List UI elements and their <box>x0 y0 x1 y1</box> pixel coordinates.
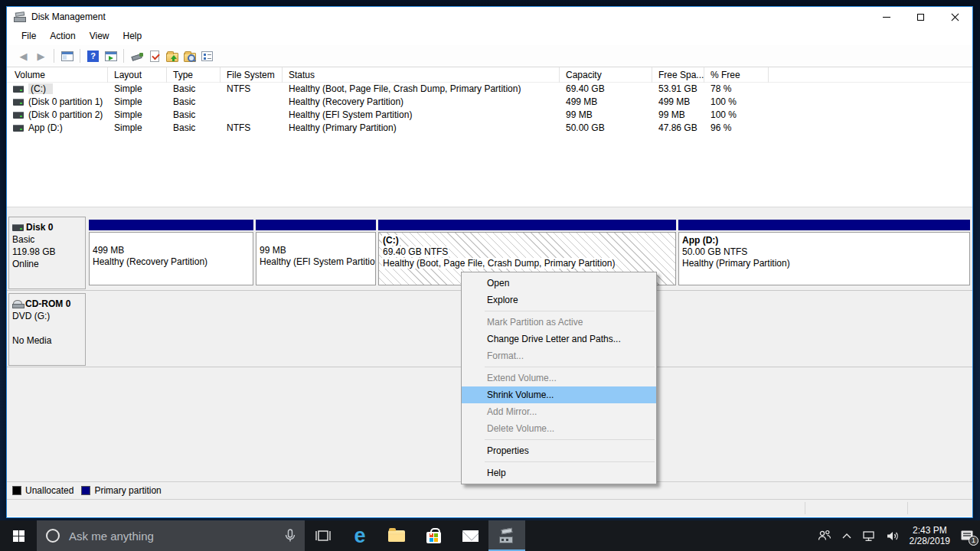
back-button[interactable]: ◀ <box>15 47 32 64</box>
toolbar-separator <box>54 49 54 63</box>
volume-row-c[interactable]: (C:) Simple Basic NTFS Healthy (Boot, Pa… <box>7 83 972 96</box>
volume-row-app-d[interactable]: App (D:) Simple Basic NTFS Healthy (Prim… <box>7 122 972 135</box>
column-header-volume[interactable]: Volume <box>8 67 108 83</box>
desktop: Disk Management File Action View Help ◀ … <box>0 0 980 551</box>
partition-status: Healthy (EFI System Partition) <box>260 256 376 267</box>
column-header-file-system[interactable]: File System <box>220 67 283 83</box>
column-header-type[interactable]: Type <box>167 67 220 83</box>
volume-row-partition1[interactable]: (Disk 0 partition 1) Simple Basic Health… <box>7 96 972 109</box>
menu-item-shrink-volume[interactable]: Shrink Volume... <box>462 386 656 403</box>
column-header-capacity[interactable]: Capacity <box>560 67 652 83</box>
taskbar-clock[interactable]: 2:43 PM 2/28/2019 <box>910 525 950 546</box>
partition-efi[interactable]: 99 MB Healthy (EFI System Partition) <box>256 220 376 285</box>
volume-status: Healthy (Recovery Partition) <box>283 96 560 107</box>
show-console-tree-button[interactable] <box>58 47 76 64</box>
menu-help[interactable]: Help <box>116 28 149 44</box>
task-list-button[interactable] <box>198 47 216 64</box>
partition-app-d[interactable]: App (D:) 50.00 GB NTFS Healthy (Primary … <box>678 220 970 285</box>
column-header-pct-free[interactable]: % Free <box>704 67 769 83</box>
taskbar-app-store[interactable] <box>415 520 452 551</box>
disk0-status: Online <box>12 258 82 270</box>
menu-item-format: Format... <box>462 347 656 364</box>
partition-recovery[interactable]: 499 MB Healthy (Recovery Partition) <box>89 220 253 285</box>
folder-find-icon <box>184 53 196 62</box>
taskbar-app-edge[interactable]: e <box>341 520 378 551</box>
cdrom-name: CD-ROM 0 <box>25 298 70 310</box>
partition-name: (C:) <box>382 235 400 246</box>
column-header-layout[interactable]: Layout <box>108 67 167 83</box>
notification-badge: 1 <box>969 536 978 546</box>
screwdriver-button[interactable] <box>128 47 145 64</box>
volume-pct-free: 100 % <box>704 109 769 120</box>
drive-icon <box>13 125 24 132</box>
volume-type: Basic <box>167 83 220 94</box>
show-action-pane-button[interactable] <box>102 47 119 64</box>
partition-status: Healthy (Boot, Page File, Crash Dump, Pr… <box>382 258 616 269</box>
column-header-status[interactable]: Status <box>283 67 560 83</box>
volume-status: Healthy (Boot, Page File, Crash Dump, Pr… <box>283 83 560 94</box>
forward-button[interactable]: ▶ <box>32 47 50 64</box>
task-view-button[interactable] <box>305 520 341 551</box>
volume-capacity: 69.40 GB <box>560 83 652 94</box>
check-document-button[interactable] <box>145 47 163 64</box>
partition-size: 499 MB <box>93 245 124 256</box>
legend-label-primary-partition: Primary partition <box>94 485 161 496</box>
minimize-button[interactable] <box>869 7 903 27</box>
network-icon[interactable] <box>862 530 876 542</box>
menu-view[interactable]: View <box>83 28 116 44</box>
volume-name: App (D:) <box>28 122 63 133</box>
volume-layout: Simple <box>108 122 167 133</box>
cdrom-type: DVD (G:) <box>12 310 82 322</box>
microphone-icon[interactable] <box>285 529 296 543</box>
task-list-icon <box>201 51 213 61</box>
show-console-tree-icon <box>61 51 74 61</box>
partition-size: 99 MB <box>260 245 286 256</box>
maximize-button[interactable] <box>903 7 938 27</box>
partition-header-bar <box>378 220 676 230</box>
volume-pct-free: 100 % <box>704 96 769 107</box>
folder-up-icon <box>166 53 178 62</box>
edge-icon: e <box>354 526 365 546</box>
start-button[interactable] <box>0 520 37 551</box>
chevron-up-icon[interactable] <box>841 533 852 540</box>
toolbar-separator <box>80 49 80 63</box>
volume-type: Basic <box>167 109 220 120</box>
volume-layout: Simple <box>108 83 167 94</box>
check-document-icon <box>150 51 159 62</box>
volume-status: Healthy (Primary Partition) <box>283 122 560 133</box>
cortana-search-box[interactable]: Ask me anything <box>37 520 305 551</box>
menu-item-properties[interactable]: Properties <box>462 442 656 459</box>
partition-name: App (D:) <box>682 235 718 246</box>
close-button[interactable] <box>938 7 972 27</box>
volume-type: Basic <box>167 96 220 107</box>
menu-item-open[interactable]: Open <box>462 275 656 292</box>
menu-item-explore[interactable]: Explore <box>462 292 656 308</box>
taskbar-app-disk-management[interactable] <box>488 520 525 551</box>
close-icon <box>951 13 959 21</box>
taskbar-app-mail[interactable] <box>452 520 488 551</box>
cdrom-info-panel[interactable]: CD-ROM 0 DVD (G:) No Media <box>8 293 86 366</box>
folder-find-button[interactable] <box>181 47 198 64</box>
action-center-button[interactable]: 1 <box>960 530 974 543</box>
menu-file[interactable]: File <box>15 28 43 44</box>
volume-row-partition2[interactable]: (Disk 0 partition 2) Simple Basic Health… <box>7 109 972 122</box>
titlebar[interactable]: Disk Management <box>7 7 972 27</box>
volume-icon[interactable] <box>886 530 900 542</box>
menu-action[interactable]: Action <box>43 28 82 44</box>
folder-up-button[interactable] <box>163 47 181 64</box>
menu-item-change-drive-letter[interactable]: Change Drive Letter and Paths... <box>462 331 656 347</box>
volume-pct-free: 96 % <box>704 122 769 133</box>
people-icon[interactable] <box>818 530 831 542</box>
disk0-info-panel[interactable]: Disk 0 Basic 119.98 GB Online <box>8 217 86 289</box>
volume-file-system: NTFS <box>220 83 283 94</box>
toolbar-separator <box>123 49 124 63</box>
taskbar-app-file-explorer[interactable] <box>378 520 415 551</box>
menu-item-help[interactable]: Help <box>462 465 656 481</box>
statusbar-divider <box>907 502 908 514</box>
forward-icon: ▶ <box>38 51 45 61</box>
column-header-free-space[interactable]: Free Spa... <box>652 67 704 83</box>
window-controls <box>869 7 972 27</box>
partition-size: 50.00 GB NTFS <box>682 246 747 257</box>
task-view-icon <box>315 529 332 543</box>
help-button[interactable]: ? <box>84 47 102 64</box>
